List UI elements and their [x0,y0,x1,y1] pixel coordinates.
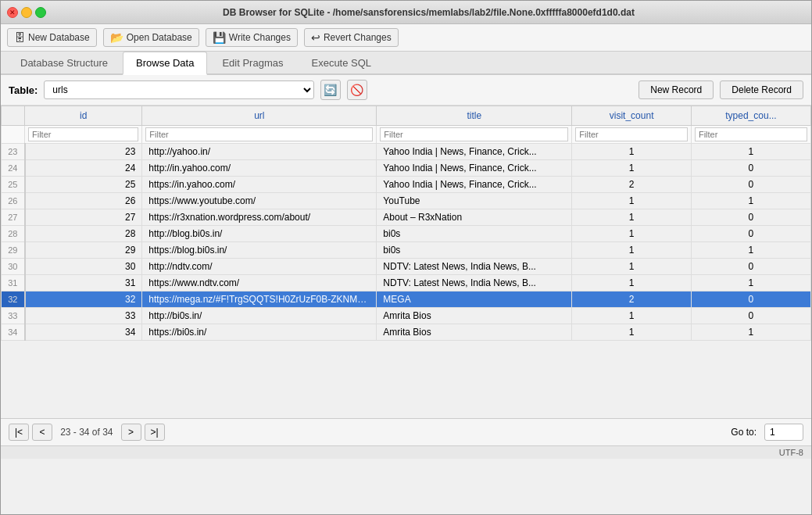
filter-input-url[interactable] [145,127,373,141]
table-row[interactable]: 2828http://blog.bi0s.in/bi0s10 [2,226,811,242]
cell-title: Yahoo India | News, Finance, Crick... [377,160,572,177]
table-row[interactable]: 2727https://r3xnation.wordpress.com/abou… [2,209,811,226]
open-database-icon: 📂 [110,31,123,44]
cell-title: NDTV: Latest News, India News, B... [377,259,572,275]
next-page-button[interactable]: > [121,424,141,441]
filter-cell-id [25,126,142,144]
filter-cell-title [377,126,572,144]
row-number-cell: 31 [2,275,25,291]
revert-changes-icon: ↩ [311,31,320,44]
cell-id: 27 [25,209,142,226]
table-row[interactable]: 3030http://ndtv.com/NDTV: Latest News, I… [2,259,811,275]
cell-typed_count: 0 [691,291,810,308]
filter-input-id[interactable] [28,127,138,141]
write-changes-button[interactable]: 💾Write Changes [206,28,298,47]
col-header-typed_count[interactable]: typed_cou... [691,106,810,126]
cell-typed_count: 1 [691,242,810,259]
cell-title: MEGA [377,291,572,308]
table-row[interactable]: 3131https://www.ndtv.com/NDTV: Latest Ne… [2,275,811,291]
delete-record-button[interactable]: Delete Record [720,80,803,99]
cell-url: https://www.ndtv.com/ [142,275,377,291]
table-label: Table: [9,84,38,96]
cell-url: https://in.yahoo.com/ [142,177,377,193]
last-page-button[interactable]: >| [145,424,165,441]
filter-input-typed_count[interactable] [695,127,807,141]
filter-input-title[interactable] [380,127,568,141]
cell-typed_count: 0 [691,209,810,226]
maximize-button[interactable] [35,7,46,18]
table-row[interactable]: 3333http://bi0s.in/Amrita Bios10 [2,308,811,324]
cell-visit_count: 1 [572,308,692,324]
col-header-url[interactable]: url [142,106,377,126]
cell-title: Yahoo India | News, Finance, Crick... [377,177,572,193]
window-controls[interactable]: ✕ [7,7,46,18]
new-database-button[interactable]: 🗄New Database [7,28,97,47]
row-number-cell: 24 [2,160,25,177]
clear-button[interactable]: 🚫 [347,80,367,100]
open-database-button[interactable]: 📂Open Database [103,28,199,47]
data-table: idurltitlevisit_counttyped_cou... 2323ht… [1,106,811,341]
title-bar: ✕ DB Browser for SQLite - /home/sansfore… [1,1,811,24]
cell-title: NDTV: Latest News, India News, B... [377,275,572,291]
tab-database-structure[interactable]: Database Structure [7,52,121,73]
col-header-visit_count[interactable]: visit_count [572,106,692,126]
col-header-id[interactable]: id [25,106,142,126]
cell-title: bi0s [377,242,572,259]
tab-edit-pragmas[interactable]: Edit Pragmas [209,52,296,73]
cell-url: http://yahoo.in/ [142,144,377,160]
goto-input[interactable] [764,424,803,441]
table-row[interactable]: 2929https://blog.bi0s.in/bi0s11 [2,242,811,259]
cell-url: http://ndtv.com/ [142,259,377,275]
table-select[interactable]: urls [44,80,313,99]
row-number-cell: 23 [2,144,25,160]
close-button[interactable]: ✕ [7,7,18,18]
cell-url: https://r3xnation.wordpress.com/about/ [142,209,377,226]
tab-browse-data[interactable]: Browse Data [123,52,207,75]
cell-visit_count: 2 [572,291,692,308]
filter-row [2,126,811,144]
cell-id: 31 [25,275,142,291]
tab-execute-sql[interactable]: Execute SQL [298,52,385,73]
prev-page-button[interactable]: < [32,424,52,441]
tab-bar: Database StructureBrowse DataEdit Pragma… [1,52,811,75]
table-row[interactable]: 3232https://mega.nz/#F!TrgSQQTS!H0ZrUzF0… [2,291,811,308]
write-changes-label: Write Changes [229,32,291,43]
revert-changes-label: Revert Changes [324,32,392,43]
first-page-button[interactable]: |< [9,424,29,441]
cell-url: https://mega.nz/#F!TrgSQQTS!H0ZrUzF0B-ZK… [142,291,377,308]
cell-visit_count: 1 [572,144,692,160]
cell-id: 32 [25,291,142,308]
table-row[interactable]: 3434https://bi0s.in/Amrita Bios11 [2,324,811,341]
cell-id: 25 [25,177,142,193]
cell-url: http://bi0s.in/ [142,308,377,324]
row-number-cell: 29 [2,242,25,259]
cell-url: http://in.yahoo.com/ [142,160,377,177]
table-controls: Table: urls 🔄 🚫 New Record Delete Record [1,75,811,106]
pagination-bar: |< < 23 - 34 of 34 > >| Go to: [1,418,811,445]
data-table-wrapper[interactable]: idurltitlevisit_counttyped_cou... 2323ht… [1,106,811,418]
toolbar: 🗄New Database📂Open Database💾Write Change… [1,24,811,52]
cell-typed_count: 0 [691,259,810,275]
table-row[interactable]: 2525https://in.yahoo.com/Yahoo India | N… [2,177,811,193]
table-row[interactable]: 2323http://yahoo.in/Yahoo India | News, … [2,144,811,160]
filter-input-visit_count[interactable] [575,127,688,141]
page-info: 23 - 34 of 34 [60,427,113,438]
cell-url: https://bi0s.in/ [142,324,377,341]
cell-visit_count: 1 [572,209,692,226]
cell-id: 24 [25,160,142,177]
table-row[interactable]: 2626https://www.youtube.com/YouTube11 [2,193,811,209]
cell-url: https://blog.bi0s.in/ [142,242,377,259]
row-number-cell: 33 [2,308,25,324]
minimize-button[interactable] [21,7,32,18]
table-row[interactable]: 2424http://in.yahoo.com/Yahoo India | Ne… [2,160,811,177]
cell-url: http://blog.bi0s.in/ [142,226,377,242]
revert-changes-button[interactable]: ↩Revert Changes [304,28,399,47]
new-database-label: New Database [28,32,90,43]
cell-title: YouTube [377,193,572,209]
col-header-title[interactable]: title [377,106,572,126]
table-body: 2323http://yahoo.in/Yahoo India | News, … [2,126,811,341]
cell-typed_count: 0 [691,308,810,324]
new-record-button[interactable]: New Record [639,80,714,99]
filter-cell-typed_count [691,126,810,144]
refresh-button[interactable]: 🔄 [320,80,341,100]
